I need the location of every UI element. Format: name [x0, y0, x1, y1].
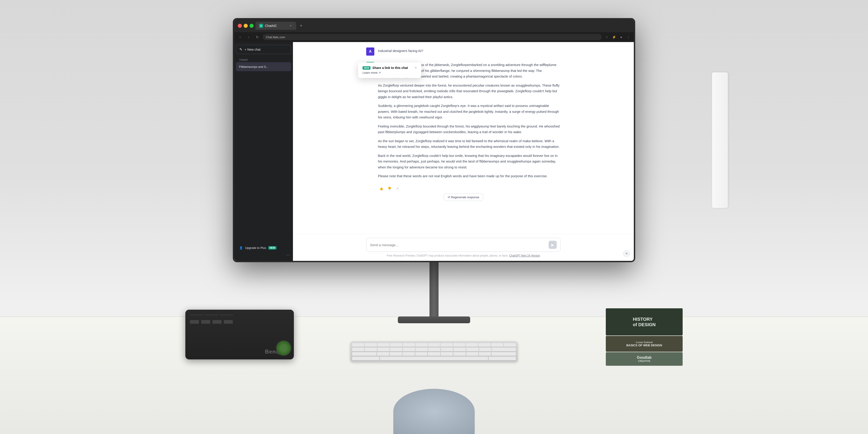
sidebar-spacer: [236, 71, 291, 244]
tab-close-button[interactable]: ×: [289, 24, 292, 28]
key[interactable]: [466, 343, 478, 347]
pc-port-audio[interactable]: [224, 320, 233, 324]
chat-history-item[interactable]: Flibberwumps and S... ↗ ✎ 🗑: [236, 62, 291, 71]
reload-button[interactable]: ↻: [254, 34, 260, 40]
key[interactable]: [428, 352, 440, 356]
key[interactable]: [377, 343, 390, 347]
sidebar-options-button[interactable]: ⋯: [285, 252, 291, 258]
key[interactable]: [441, 352, 453, 356]
address-bar[interactable]: Chat.flalic.com: [263, 34, 602, 40]
key[interactable]: [478, 343, 491, 347]
key[interactable]: [365, 343, 377, 347]
regenerate-row: ↺ Regenerate response: [302, 192, 625, 205]
pc-power-knob[interactable]: [276, 340, 291, 356]
key[interactable]: [454, 348, 466, 351]
bookmark-icon[interactable]: ☆: [604, 34, 610, 40]
monitor-stand-neck: [430, 258, 438, 316]
new-badge: NEW: [268, 246, 276, 250]
chat-messages-container: A Industrial designers facing AI? C "Flu…: [293, 42, 634, 234]
share-learn-more-link[interactable]: Learn more ↗: [363, 71, 417, 74]
thumbs-down-button[interactable]: 👎: [386, 185, 393, 192]
pc-vents: [190, 314, 289, 315]
key[interactable]: [479, 352, 491, 356]
minimize-window-button[interactable]: [244, 24, 248, 28]
key[interactable]: [352, 352, 376, 356]
key[interactable]: [492, 348, 516, 351]
book-goodlab: Goodlab CREATIVE: [606, 352, 683, 366]
upgrade-to-plus-button[interactable]: 👤 Upgrade to Plus NEW: [236, 244, 291, 252]
share-tooltip-title-text: Share a link to this chat: [372, 66, 408, 70]
key[interactable]: [428, 348, 440, 351]
key[interactable]: [365, 348, 377, 351]
key[interactable]: [440, 343, 453, 347]
extension-icon[interactable]: ⚡: [611, 34, 617, 40]
key[interactable]: [377, 348, 390, 351]
tab-title: ChatAIC: [265, 24, 277, 28]
key[interactable]: [466, 348, 478, 351]
share-tooltip-close-button[interactable]: ×: [415, 66, 417, 70]
chatgpt-version-link[interactable]: ChatGPT May 24 Version: [509, 254, 540, 257]
key[interactable]: [441, 348, 453, 351]
return-key[interactable]: [492, 352, 516, 356]
key[interactable]: [415, 343, 428, 347]
traffic-lights: [238, 24, 254, 28]
book-history-of-design: HISTORYof DESIGN: [606, 308, 683, 336]
close-window-button[interactable]: [238, 24, 242, 28]
key[interactable]: [504, 343, 516, 347]
key[interactable]: [390, 348, 402, 351]
back-button[interactable]: ‹: [237, 34, 243, 40]
key[interactable]: [479, 348, 491, 351]
new-tab-button[interactable]: +: [298, 23, 304, 29]
share-tooltip-title: NEW Share a link to this chat: [363, 66, 408, 70]
browser-tab[interactable]: A ChatAIC ×: [255, 22, 296, 30]
book-subtitle: CREATIVE: [638, 360, 651, 362]
key[interactable]: [416, 348, 428, 351]
books-stack: HISTORYof DESIGN Lucas Gutoral BASICS OF…: [606, 308, 683, 366]
key[interactable]: [403, 352, 414, 356]
key[interactable]: [415, 352, 427, 356]
share-tooltip-header: NEW Share a link to this chat ×: [363, 66, 417, 70]
pc-vent-2: [205, 314, 218, 315]
key[interactable]: [352, 348, 364, 351]
regenerate-button[interactable]: ↺ Regenerate response: [444, 193, 483, 201]
key[interactable]: [453, 343, 465, 347]
keyboard[interactable]: [350, 341, 518, 362]
key[interactable]: [454, 352, 465, 356]
book-title: Goodlab: [637, 355, 652, 360]
profile-icon[interactable]: ●: [618, 34, 624, 40]
key[interactable]: [352, 357, 379, 360]
chat-input-field[interactable]: [370, 243, 546, 247]
key[interactable]: [489, 357, 516, 360]
edit-chat-icon[interactable]: ✎: [278, 64, 283, 69]
send-button[interactable]: ▶: [549, 241, 557, 249]
share-chat-icon[interactable]: ↗: [273, 64, 277, 69]
spacebar-key[interactable]: [380, 357, 488, 360]
forward-button[interactable]: ›: [246, 34, 252, 40]
key[interactable]: [428, 343, 440, 347]
pc-port-usb-1[interactable]: [190, 320, 199, 324]
book-title: BASICS OF WEB DESIGN: [626, 344, 662, 347]
share-tooltip: NEW Share a link to this chat × Learn mo…: [358, 62, 421, 78]
address-bar-row: ‹ › ↻ Chat.flalic.com ☆ ⚡ ● ⋮: [234, 32, 634, 42]
menu-icon[interactable]: ⋮: [626, 34, 631, 40]
user-message-text: Industrial designers facing AI?: [378, 48, 423, 56]
monitor-stand-base: [398, 316, 470, 323]
pc-port-usb-c[interactable]: [213, 320, 221, 324]
key[interactable]: [377, 352, 389, 356]
key[interactable]: [390, 343, 402, 347]
new-chat-button[interactable]: ✎ + New chat: [236, 45, 291, 54]
chat-main: A Industrial designers facing AI? C "Flu…: [293, 42, 634, 261]
key[interactable]: [403, 343, 415, 347]
book-basics-web-design: Lucas Gutoral BASICS OF WEB DESIGN: [606, 336, 683, 352]
key[interactable]: [491, 343, 503, 347]
pc-port-usb-2[interactable]: [201, 320, 210, 324]
key[interactable]: [352, 343, 364, 347]
share-new-badge: NEW: [363, 66, 370, 70]
delete-chat-icon[interactable]: 🗑: [283, 64, 288, 69]
thumbs-up-button[interactable]: 👍: [378, 185, 384, 192]
key[interactable]: [403, 348, 415, 351]
key[interactable]: [390, 352, 402, 356]
key[interactable]: [466, 352, 478, 356]
share-message-button[interactable]: ↗: [394, 185, 401, 192]
fullscreen-window-button[interactable]: [250, 24, 254, 28]
